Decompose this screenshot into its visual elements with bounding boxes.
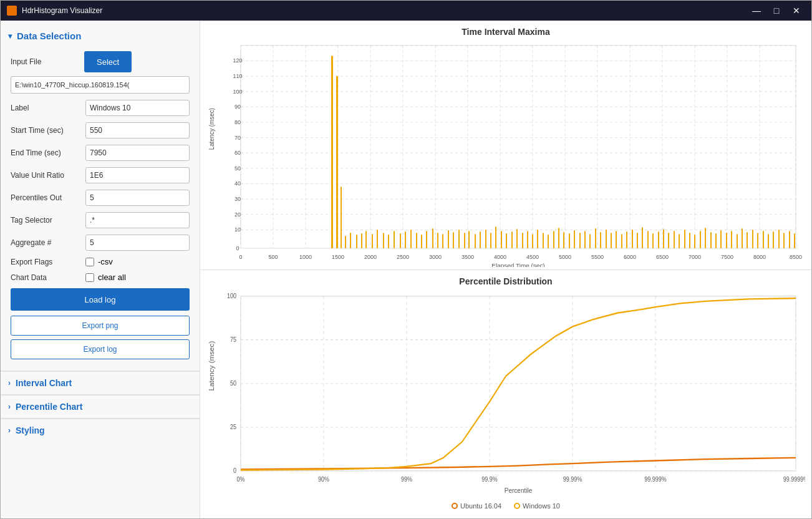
value-unit-input[interactable] — [85, 167, 190, 183]
svg-rect-142 — [737, 234, 738, 248]
load-log-button[interactable]: Load log — [11, 288, 190, 311]
svg-rect-72 — [365, 231, 367, 248]
svg-text:60: 60 — [234, 150, 241, 156]
tag-selector-input[interactable] — [85, 212, 190, 228]
legend-ubuntu-label: Ubuntu 16.04 — [460, 502, 501, 510]
svg-rect-68 — [345, 236, 346, 248]
top-chart-container: Time Interval Maxima — [200, 21, 811, 270]
svg-rect-91 — [468, 231, 470, 248]
svg-text:100: 100 — [227, 292, 237, 299]
top-chart-title: Time Interval Maxima — [206, 27, 805, 37]
svg-rect-90 — [464, 233, 465, 248]
svg-rect-132 — [684, 230, 685, 248]
svg-text:1000: 1000 — [299, 254, 312, 260]
data-selection-content: Input File Select Label Start Time (sec)… — [1, 46, 200, 371]
styling-chevron: › — [8, 426, 11, 435]
svg-rect-125 — [647, 231, 649, 248]
export-flags-checkbox[interactable] — [85, 258, 94, 266]
file-path-input[interactable] — [11, 76, 190, 94]
percentile-chart-chevron: › — [8, 402, 11, 411]
svg-rect-131 — [679, 234, 680, 248]
app-icon — [7, 6, 17, 16]
minimize-button[interactable]: — — [748, 4, 765, 17]
label-input[interactable] — [85, 100, 190, 116]
close-button[interactable]: ✕ — [788, 4, 805, 17]
svg-rect-103 — [532, 234, 533, 248]
maximize-button[interactable]: □ — [768, 4, 785, 17]
svg-text:8500: 8500 — [790, 254, 802, 260]
svg-rect-128 — [663, 229, 664, 248]
svg-rect-121 — [626, 231, 627, 248]
export-png-button[interactable]: Export png — [11, 316, 190, 336]
svg-text:Elapsed Time (sec): Elapsed Time (sec) — [491, 263, 544, 267]
svg-rect-66 — [336, 76, 338, 248]
percentiles-input[interactable] — [85, 190, 190, 206]
svg-text:2500: 2500 — [397, 254, 409, 260]
svg-text:25: 25 — [230, 423, 237, 430]
svg-text:110: 110 — [233, 73, 242, 79]
chart-data-checkbox[interactable] — [85, 273, 94, 282]
svg-text:50: 50 — [234, 165, 241, 172]
svg-text:4000: 4000 — [494, 254, 506, 260]
svg-text:75: 75 — [230, 336, 237, 343]
svg-text:10: 10 — [234, 226, 241, 233]
svg-rect-85 — [437, 233, 438, 248]
svg-text:7500: 7500 — [721, 254, 733, 260]
start-time-input[interactable] — [85, 122, 190, 138]
svg-text:6500: 6500 — [656, 254, 669, 260]
svg-rect-127 — [658, 231, 659, 248]
svg-rect-143 — [742, 228, 743, 248]
svg-rect-126 — [652, 233, 654, 248]
percentile-chart-title: Percentile Chart — [16, 402, 82, 412]
svg-rect-83 — [426, 231, 427, 248]
svg-rect-95 — [490, 233, 491, 248]
titlebar-controls: — □ ✕ — [748, 4, 805, 17]
svg-rect-108 — [558, 228, 559, 248]
percentile-chart-header[interactable]: › Percentile Chart — [1, 395, 200, 418]
svg-rect-135 — [700, 231, 701, 248]
svg-text:8000: 8000 — [753, 254, 766, 260]
svg-text:0%: 0% — [237, 475, 245, 483]
value-unit-row: Value Unit Ratio — [11, 167, 190, 183]
svg-rect-77 — [394, 231, 395, 248]
svg-rect-150 — [778, 230, 780, 248]
top-chart-inner: 0 10 20 30 40 50 60 70 80 90 100 110 120 — [206, 39, 805, 267]
end-time-label: End Time (sec) — [11, 148, 85, 157]
svg-text:70: 70 — [234, 135, 241, 141]
bottom-chart-title: Percentile Distribution — [206, 276, 805, 286]
svg-rect-107 — [553, 231, 554, 248]
svg-rect-144 — [747, 232, 748, 248]
end-time-input[interactable] — [85, 145, 190, 161]
tag-selector-label: Tag Selector — [11, 216, 85, 225]
svg-text:2000: 2000 — [364, 254, 377, 260]
svg-rect-136 — [705, 228, 706, 248]
svg-rect-140 — [726, 233, 727, 248]
styling-header[interactable]: › Styling — [1, 419, 200, 442]
svg-rect-78 — [400, 233, 401, 248]
svg-rect-86 — [442, 234, 443, 248]
svg-rect-123 — [637, 233, 638, 248]
svg-rect-73 — [372, 234, 373, 248]
interval-chart-header[interactable]: › Interval Chart — [1, 371, 200, 394]
percentiles-row: Percentiles Out — [11, 190, 190, 206]
svg-rect-101 — [522, 233, 523, 248]
svg-rect-75 — [383, 233, 384, 248]
export-log-button[interactable]: Export log — [11, 339, 190, 359]
svg-rect-93 — [480, 231, 481, 248]
svg-rect-105 — [543, 233, 544, 248]
select-button[interactable]: Select — [84, 51, 132, 72]
chart-area: Time Interval Maxima — [200, 21, 811, 518]
svg-rect-119 — [616, 231, 617, 248]
svg-rect-81 — [416, 233, 417, 248]
aggregate-input[interactable] — [85, 235, 190, 251]
svg-text:100: 100 — [233, 89, 242, 95]
legend-windows-label: Windows 10 — [523, 502, 560, 510]
bottom-chart-svg: 0 25 50 75 100 0% 90% 99% 99.9% 99.99% 9… — [206, 289, 805, 500]
svg-rect-141 — [731, 231, 732, 248]
bottom-chart-container: Percentile Distribution — [200, 270, 811, 519]
data-selection-header[interactable]: ▾ Data Selection — [1, 26, 200, 46]
svg-text:5500: 5500 — [591, 254, 604, 260]
svg-rect-130 — [674, 231, 675, 248]
svg-rect-100 — [516, 229, 518, 248]
percentiles-label: Percentiles Out — [11, 193, 85, 202]
